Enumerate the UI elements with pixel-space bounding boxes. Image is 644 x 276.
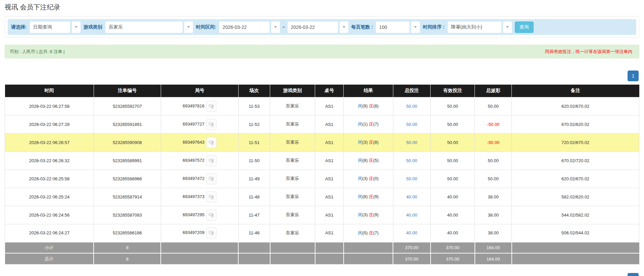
chevron-down-icon — [411, 21, 420, 33]
remark-cell: 620.02/670.02 — [512, 170, 639, 188]
page-button-1-bottom[interactable]: 1 — [628, 273, 639, 276]
round-cell: 693497727 — [161, 115, 238, 133]
payout-cell: 50.00 — [475, 97, 512, 115]
banker-result-value: (9) — [373, 212, 379, 217]
footer-cell-9: 164.00 — [475, 242, 512, 253]
round-cell: 693497373 — [161, 188, 238, 206]
player-result-value: (1) — [362, 122, 368, 127]
video-icon — [209, 230, 214, 236]
bet-id-cell: 523285589991 — [94, 151, 161, 170]
sort-value: 降幂(由大到小) — [448, 21, 501, 33]
filter-panel: 请选择: 日期查询 游戏类别 百家乐 时间区间: 2026-03-22 ~ 20… — [5, 16, 639, 38]
player-result-value: (3) — [362, 212, 368, 217]
total-bet-cell: 40.00 — [393, 206, 431, 224]
grandtotal-row: 总计8370.00370.00164.00 — [5, 253, 639, 264]
total-bet-link[interactable]: 50.00 — [406, 176, 417, 181]
video-icon-button[interactable] — [206, 155, 216, 166]
total-bet-link[interactable]: 50.00 — [406, 158, 417, 163]
valid-bet-cell: 40.00 — [431, 224, 475, 242]
banker-result-label: 庄 — [369, 194, 373, 199]
video-icon-button[interactable] — [206, 210, 216, 221]
column-header-9: 总派彩 — [475, 85, 512, 97]
column-header-4: 游戏类别 — [270, 85, 315, 97]
player-result-label: 闲 — [358, 230, 362, 235]
banker-result-label: 庄 — [369, 230, 373, 235]
time-cell: 2026-03-22 06:27:58 — [5, 97, 94, 115]
session-cell: 11-51 — [238, 133, 270, 151]
footer-cell-6 — [344, 242, 393, 253]
game-type-select[interactable]: 百家乐 — [105, 21, 193, 33]
total-bet-link[interactable]: 40.00 — [406, 230, 417, 235]
banker-result-label: 庄 — [369, 103, 373, 108]
banker-result-value: (0) — [373, 176, 379, 181]
video-icon — [209, 212, 214, 218]
chevron-down-icon — [340, 21, 348, 33]
valid-bet-cell: 40.00 — [431, 188, 475, 206]
total-bet-link[interactable]: 50.00 — [406, 140, 417, 145]
valid-bet-cell: 50.00 — [431, 115, 475, 133]
footer-cell-0: 总计 — [5, 253, 94, 264]
round-id: 693497209 — [183, 230, 204, 235]
table-no-cell: AS1 — [315, 97, 344, 115]
game-type-cell: 百家乐 — [270, 170, 315, 188]
page-root: 视讯 会员下注纪录 请选择: 日期查询 游戏类别 百家乐 时间区间: 2026-… — [0, 3, 644, 276]
footer-cell-10 — [512, 253, 639, 264]
chevron-down-icon — [184, 21, 193, 33]
banker-result-value: (7) — [373, 122, 379, 127]
total-bet-link[interactable]: 40.00 — [406, 194, 417, 199]
footer-cell-2 — [161, 253, 238, 264]
footer-cell-9: 164.00 — [475, 253, 512, 264]
subtotal-row: 小计8370.00370.00164.00 — [5, 242, 639, 253]
player-result-label: 闲 — [358, 158, 362, 163]
game-type-cell: 百家乐 — [270, 224, 315, 242]
total-bet-cell: 50.00 — [393, 97, 431, 115]
video-icon-button[interactable] — [206, 119, 216, 130]
video-icon-button[interactable] — [206, 191, 216, 202]
banker-result-label: 庄 — [369, 158, 373, 163]
session-cell: 11-49 — [238, 170, 270, 188]
page-size-select[interactable]: 100 — [376, 21, 420, 33]
time-cell: 2026-03-22 06:27:28 — [5, 115, 94, 133]
time-cell: 2026-03-22 06:26:32 — [5, 151, 94, 170]
table-header-row: 时间注单编号局号场次游戏类别桌号结果总投注有效投注总派彩备注 — [5, 85, 639, 97]
page-button-1[interactable]: 1 — [628, 71, 639, 81]
total-bet-link[interactable]: 40.00 — [406, 213, 417, 218]
column-header-8: 有效投注 — [431, 85, 475, 97]
query-type-value: 日期查询 — [30, 21, 70, 33]
bet-id-cell: 523285590908 — [94, 133, 161, 151]
date-to-select[interactable]: 2026-03-22 — [288, 21, 348, 33]
page-size-value: 100 — [376, 21, 409, 33]
valid-bet-cell: 40.00 — [431, 206, 475, 224]
player-result-label: 闲 — [358, 122, 362, 127]
table-row: 2026-03-22 06:27:28 523285591891 6934977… — [5, 115, 639, 133]
round-id: 693497295 — [183, 212, 204, 217]
game-type-cell: 百家乐 — [270, 188, 315, 206]
date-from-select[interactable]: 2026-03-22 — [219, 21, 280, 33]
total-bet-cell: 50.00 — [393, 133, 431, 151]
round-cell: 693497572 — [161, 151, 238, 170]
query-type-select[interactable]: 日期查询 — [30, 21, 81, 33]
table-no-cell: AS1 — [315, 188, 344, 206]
video-icon-button[interactable] — [206, 227, 216, 238]
round-cell: 693497209 — [161, 224, 238, 242]
footer-cell-4 — [270, 242, 315, 253]
video-icon-button[interactable] — [206, 137, 216, 148]
video-icon-button[interactable] — [206, 101, 216, 112]
table-no-cell: AS1 — [315, 206, 344, 224]
search-button[interactable]: 查询 — [515, 21, 534, 33]
bet-id-cell: 523285591891 — [94, 115, 161, 133]
time-cell: 2026-03-22 06:24:27 — [5, 224, 94, 242]
total-bet-link[interactable]: 50.00 — [406, 122, 417, 127]
video-icon-button[interactable] — [206, 173, 216, 184]
player-result-label: 闲 — [358, 194, 362, 199]
footer-cell-3 — [238, 242, 270, 253]
banker-result-value: (8) — [373, 140, 379, 145]
sort-select[interactable]: 降幂(由大到小) — [448, 21, 512, 33]
round-cell: 693497816 — [161, 97, 238, 115]
total-bet-link[interactable]: 50.00 — [406, 104, 417, 109]
game-type-cell: 百家乐 — [270, 115, 315, 133]
chevron-down-icon — [271, 21, 280, 33]
payout-cell: -50.00 — [475, 133, 512, 151]
game-type-cell: 百家乐 — [270, 206, 315, 224]
bet-id-cell: 523285587083 — [94, 206, 161, 224]
